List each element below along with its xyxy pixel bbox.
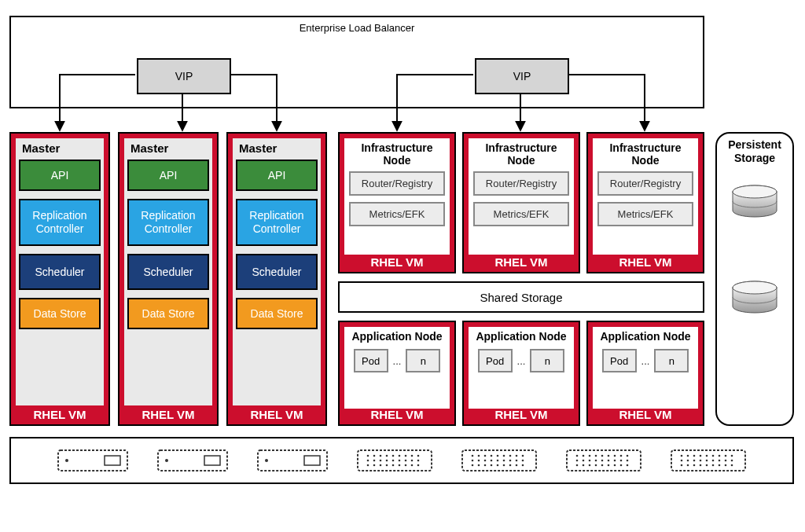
replication-controller-component: Replication Controller [19,199,101,246]
svg-point-63 [491,464,493,467]
svg-point-113 [719,460,721,462]
svg-point-36 [392,464,395,467]
svg-point-47 [503,455,505,457]
svg-point-48 [509,455,512,457]
pod-box: Pod [602,349,637,372]
svg-point-58 [516,460,518,462]
router-registry-box: Router/Registry [349,171,445,196]
pod-box: Pod [478,349,513,372]
svg-point-32 [367,464,369,467]
application-node-vm: Application Node Pod ... n RHEL VM [586,321,704,426]
svg-rect-7 [158,450,227,471]
svg-point-44 [484,455,487,457]
vm-footer: RHEL VM [340,255,454,269]
disk-icon [730,184,780,225]
svg-point-106 [731,455,733,457]
ellipsis: ... [641,355,650,367]
svg-point-40 [417,464,420,467]
vm-footer: RHEL VM [464,408,579,421]
svg-point-22 [417,455,420,457]
svg-point-75 [608,455,610,457]
svg-point-102 [706,455,708,457]
application-node-vm: Application Node Pod ... n RHEL VM [338,321,456,426]
metrics-efk-box: Metrics/EFK [349,202,445,226]
svg-point-49 [516,455,518,457]
svg-point-91 [595,464,597,467]
api-component: API [127,160,209,191]
app-title: Application Node [469,327,574,349]
svg-point-123 [725,464,727,467]
svg-point-25 [380,460,382,462]
svg-point-94 [614,464,616,467]
svg-point-23 [367,460,369,462]
svg-point-33 [373,464,376,467]
vm-footer: RHEL VM [464,255,579,269]
svg-point-76 [614,455,616,457]
svg-point-101 [700,455,702,457]
svg-point-65 [503,464,505,467]
rack-server-icon [566,449,641,471]
svg-point-34 [380,464,382,467]
svg-point-98 [681,455,683,457]
svg-point-67 [516,464,518,467]
svg-rect-5 [105,456,120,465]
metrics-efk-box: Metrics/EFK [597,202,693,226]
svg-point-119 [700,464,702,467]
svg-point-16 [380,455,382,457]
svg-point-109 [693,460,696,462]
svg-point-15 [373,455,376,457]
svg-point-29 [405,460,407,462]
svg-point-114 [725,460,727,462]
rack-server-icon [461,449,537,471]
svg-point-62 [484,464,487,467]
infra-title: Infrastructure Node [469,138,574,171]
api-component: API [19,160,101,191]
svg-point-74 [601,455,604,457]
svg-point-82 [595,460,597,462]
master-vm: Master API Replication Controller Schedu… [118,132,219,426]
svg-point-9 [165,459,168,462]
svg-point-3 [733,281,777,294]
persistent-storage-title: Persistent Storage [717,134,792,170]
svg-point-92 [601,464,604,467]
svg-point-6 [65,459,68,462]
svg-rect-10 [258,450,327,471]
svg-point-14 [367,455,369,457]
svg-point-89 [583,464,585,467]
svg-point-77 [620,455,623,457]
svg-rect-8 [204,456,220,465]
svg-point-27 [392,460,395,462]
svg-point-86 [620,460,623,462]
svg-point-61 [478,464,480,467]
infra-title: Infrastructure Node [344,138,450,171]
svg-point-93 [608,464,610,467]
svg-point-31 [417,460,420,462]
svg-point-99 [687,455,689,457]
svg-point-107 [681,460,683,462]
infrastructure-node-vm: Infrastructure Node Router/Registry Metr… [462,132,580,273]
svg-point-42 [472,455,474,457]
svg-point-38 [405,464,407,467]
pod-n-box: n [654,349,689,372]
master-vm: Master API Replication Controller Schedu… [9,132,110,426]
elb-title: Enterprise Load Balancer [11,17,703,34]
svg-point-43 [478,455,480,457]
svg-point-20 [405,455,407,457]
shared-storage: Shared Storage [338,281,704,313]
server-icon [257,449,328,471]
svg-point-108 [687,460,689,462]
svg-point-88 [576,464,579,467]
svg-point-115 [731,460,733,462]
metrics-efk-box: Metrics/EFK [473,202,569,226]
svg-point-87 [627,460,629,462]
vm-footer: RHEL VM [11,408,108,421]
svg-point-104 [719,455,721,457]
svg-point-56 [503,460,505,462]
svg-point-35 [386,464,388,467]
svg-point-21 [411,455,414,457]
master-title: Master [16,138,104,160]
svg-point-71 [583,455,585,457]
svg-point-19 [399,455,401,457]
svg-point-37 [399,464,401,467]
replication-controller-component: Replication Controller [127,199,209,246]
